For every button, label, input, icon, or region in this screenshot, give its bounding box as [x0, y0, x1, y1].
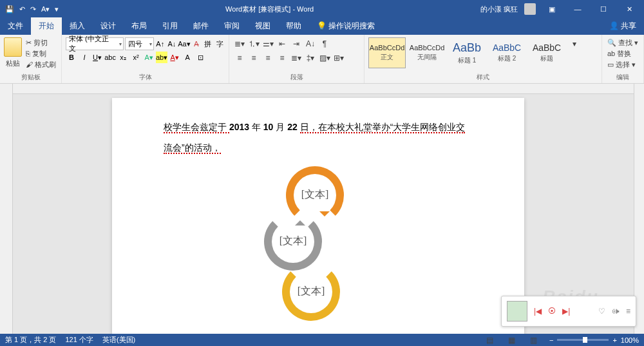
style-h2[interactable]: AaBbC标题 2: [488, 37, 526, 68]
phonetic-icon[interactable]: 拼: [203, 38, 213, 50]
font-color-icon[interactable]: A▾: [169, 52, 180, 63]
qat-more-icon[interactable]: ▾: [55, 5, 59, 14]
zoom-slider[interactable]: [557, 339, 609, 341]
char-border-icon[interactable]: ⊡: [194, 52, 206, 63]
style-h1[interactable]: AaBb标题 1: [448, 37, 486, 68]
paste-icon: [4, 37, 22, 57]
highlight-icon[interactable]: ab▾: [156, 52, 167, 63]
save-icon[interactable]: 💾: [5, 5, 14, 14]
view-read-icon[interactable]: ▤: [484, 334, 497, 347]
style-nospace[interactable]: AaBbCcDd无间隔: [408, 37, 446, 68]
find-button[interactable]: 🔍 查找 ▾: [606, 37, 639, 48]
clear-format-icon[interactable]: A̶: [191, 38, 202, 50]
volume-icon[interactable]: 🕪: [612, 307, 620, 316]
smartart-cycle[interactable]: [文本] [文本] [文本]: [260, 166, 376, 334]
shading-icon[interactable]: ▨▾: [318, 52, 331, 64]
play-button[interactable]: ⦿: [548, 307, 556, 316]
tab-insert[interactable]: 插入: [62, 17, 93, 35]
user-name[interactable]: 的小漾 疯狂: [480, 5, 518, 14]
multilevel-icon[interactable]: ⚌▾: [261, 37, 274, 50]
status-words[interactable]: 121 个字: [65, 335, 93, 345]
maximize-icon[interactable]: ☐: [594, 5, 613, 14]
tab-home[interactable]: 开始: [31, 17, 62, 35]
font-quick-icon[interactable]: A▾: [41, 5, 50, 14]
shrink-font-icon[interactable]: A↓: [167, 38, 177, 50]
indent-dec-icon[interactable]: ⇤: [276, 37, 289, 50]
minimize-icon[interactable]: —: [568, 5, 587, 13]
borders-icon[interactable]: ⊞▾: [332, 52, 345, 64]
format-painter-button[interactable]: 🖌 格式刷: [24, 59, 57, 70]
tab-layout[interactable]: 布局: [124, 17, 155, 35]
zoom-in-button[interactable]: +: [612, 336, 616, 344]
zoom-level[interactable]: 100%: [621, 336, 639, 344]
status-page[interactable]: 第 1 页，共 2 页: [5, 335, 56, 345]
list-icon[interactable]: ≡: [626, 307, 630, 316]
replace-button[interactable]: ab 替换: [606, 48, 639, 59]
tab-help[interactable]: 帮助: [278, 17, 309, 35]
view-web-icon[interactable]: ▥: [527, 334, 540, 347]
tab-file[interactable]: 文件: [0, 17, 31, 35]
cut-button[interactable]: ✂ 剪切: [24, 37, 57, 48]
menu-tabs: 文件 开始 插入 设计 布局 引用 邮件 审阅 视图 帮助 💡 操作说明搜索 👤…: [0, 18, 644, 35]
tab-view[interactable]: 视图: [247, 17, 278, 35]
styles-more-icon[interactable]: ▾: [568, 37, 581, 50]
font-family-combo[interactable]: 宋体 (中文正文: [66, 37, 124, 50]
sort-icon[interactable]: A↓: [304, 37, 317, 50]
avatar[interactable]: [524, 3, 536, 15]
page[interactable]: 校学生会兹定于 2013 年 10 月 22 日，在本校大礼堂举办“大学生网络创…: [112, 98, 524, 334]
redo-icon[interactable]: ↷: [30, 5, 36, 14]
smartart-node-3[interactable]: [文本]: [282, 263, 340, 321]
group-font: 宋体 (中文正文 四号 A↑ A↓ Aa▾ A̶ 拼 字 B I U▾ abc …: [62, 35, 229, 83]
ruler-vertical[interactable]: [0, 84, 13, 334]
group-paragraph: ≣▾ ⒈▾ ⚌▾ ⇤ ⇥ A↓ ¶ ≡ ≡ ≡ ≡ ≣▾ ‡▾ ▨▾ ⊞▾ 段落: [229, 35, 365, 83]
enclose-icon[interactable]: 字: [214, 38, 225, 50]
text-effects-icon[interactable]: A▾: [143, 52, 155, 63]
view-print-icon[interactable]: ▦: [506, 334, 518, 347]
undo-icon[interactable]: ↶: [19, 5, 25, 14]
titlebar: 💾 ↶ ↷ A▾ ▾ Word素材 [兼容模式] - Word 的小漾 疯狂 ▣…: [0, 0, 644, 18]
grow-font-icon[interactable]: A↑: [155, 38, 166, 50]
zoom-out-button[interactable]: −: [549, 336, 553, 344]
style-normal[interactable]: AaBbCcDd正文: [368, 37, 406, 68]
show-marks-icon[interactable]: ¶: [318, 37, 331, 50]
smartart-node-2[interactable]: [文本]: [264, 213, 322, 271]
share-button[interactable]: 👤 共享: [601, 17, 644, 35]
subscript-button[interactable]: x₂: [117, 52, 129, 63]
change-case-icon[interactable]: Aa▾: [178, 38, 190, 50]
ribbon: 粘贴 ✂ 剪切 ⎘ 复制 🖌 格式刷 剪贴板 宋体 (中文正文 四号 A↑ A↓…: [0, 35, 644, 84]
group-clipboard: 粘贴 ✂ 剪切 ⎘ 复制 🖌 格式刷 剪贴板: [0, 35, 62, 83]
align-left-icon[interactable]: ≡: [233, 52, 246, 64]
line-spacing-icon[interactable]: ‡▾: [304, 52, 317, 64]
char-shading-icon[interactable]: A: [182, 52, 193, 63]
font-size-combo[interactable]: 四号: [125, 37, 154, 50]
bullets-icon[interactable]: ≣▾: [233, 37, 246, 50]
prev-button[interactable]: |◀: [534, 307, 542, 316]
tell-me[interactable]: 💡 操作说明搜索: [309, 17, 383, 35]
close-icon[interactable]: ✕: [620, 5, 639, 14]
style-title[interactable]: AaBbC标题: [528, 37, 565, 68]
copy-button[interactable]: ⎘ 复制: [24, 48, 57, 59]
ruler-horizontal[interactable]: [13, 84, 634, 94]
numbering-icon[interactable]: ⒈▾: [247, 37, 260, 50]
align-center-icon[interactable]: ≡: [247, 52, 260, 64]
tab-references[interactable]: 引用: [155, 17, 185, 35]
ribbon-options-icon[interactable]: ▣: [542, 5, 562, 14]
next-button[interactable]: ▶|: [562, 307, 570, 316]
select-button[interactable]: ▭ 选择 ▾: [606, 59, 639, 70]
indent-inc-icon[interactable]: ⇥: [290, 37, 303, 50]
window-title: Word素材 [兼容模式] - Word: [64, 5, 475, 14]
media-floater[interactable]: |◀ ⦿ ▶| ♡ 🕪 ≡: [501, 296, 636, 327]
tab-review[interactable]: 审阅: [216, 17, 247, 35]
paste-button[interactable]: 粘贴: [4, 37, 22, 69]
superscript-button[interactable]: x²: [130, 52, 142, 63]
status-lang[interactable]: 英语(美国): [102, 335, 135, 345]
justify-icon[interactable]: ≡: [276, 52, 289, 64]
align-right-icon[interactable]: ≡: [261, 52, 274, 64]
like-icon[interactable]: ♡: [598, 307, 605, 316]
tab-mail[interactable]: 邮件: [185, 17, 216, 35]
distribute-icon[interactable]: ≣▾: [290, 52, 303, 64]
paragraph-1[interactable]: 校学生会兹定于 2013 年 10 月 22 日，在本校大礼堂举办“大学生网络创…: [164, 117, 473, 159]
media-thumb: [507, 301, 527, 322]
group-styles: AaBbCcDd正文 AaBbCcDd无间隔 AaBb标题 1 AaBbC标题 …: [365, 35, 602, 83]
tab-design[interactable]: 设计: [93, 17, 124, 35]
